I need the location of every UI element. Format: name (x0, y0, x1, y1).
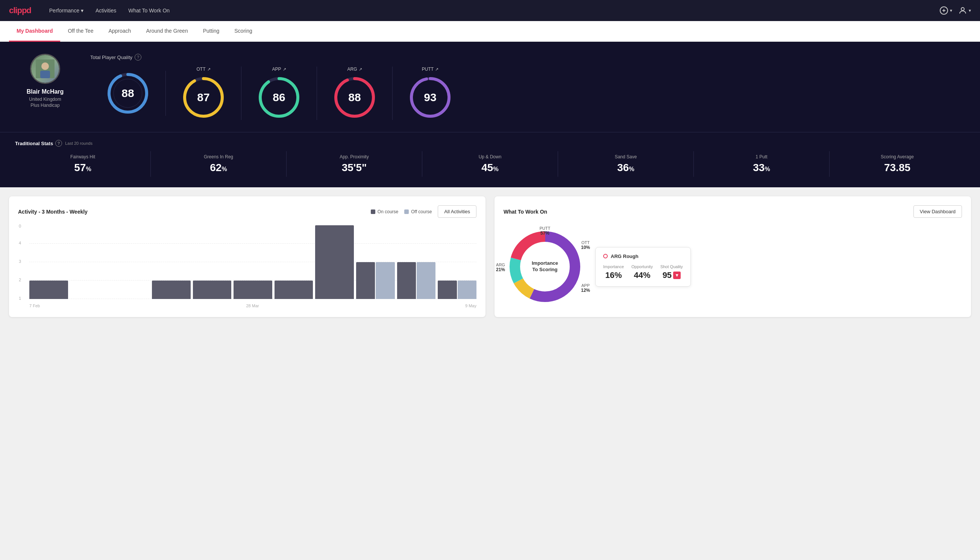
bar-group (438, 280, 476, 299)
player-name: Blair McHarg (27, 88, 64, 95)
gauge-ott: OTT ↗ 87 (166, 67, 241, 120)
label-ott: PUTT 57% (540, 226, 551, 236)
wtw-card: What To Work On View Dashboard Importanc… (494, 196, 971, 317)
bar-group (193, 280, 232, 299)
wtw-content: Importance To Scoring PUTT 57% OTT 10% A… (504, 225, 962, 308)
gauge-overall-svg: 88 (105, 71, 150, 116)
gauge-arg-svg: 88 (332, 75, 377, 120)
off-course-bar (417, 262, 436, 299)
label-arg: APP 12% (581, 283, 590, 293)
scores-section: Total Player Quality ? 88 (90, 54, 965, 120)
bar-group (315, 225, 354, 299)
player-handicap: Plus Handicap (30, 103, 60, 108)
activity-card: Activity - 3 Months - Weekly On course O… (9, 196, 486, 317)
activity-card-header: Activity - 3 Months - Weekly On course O… (18, 205, 476, 218)
nav-performance[interactable]: Performance ▾ (49, 8, 83, 13)
scores-title: Total Player Quality ? (90, 54, 965, 60)
svg-point-3 (961, 8, 964, 10)
tab-scoring[interactable]: Scoring (227, 21, 260, 42)
bars-container (29, 225, 476, 299)
nav-right: ▾ ▾ (939, 6, 971, 15)
gauge-app: APP ↗ 86 (241, 67, 317, 120)
tabs-bar: My Dashboard Off the Tee Approach Around… (0, 21, 980, 42)
gauge-arg: ARG ↗ 88 (317, 67, 393, 120)
arg-dot-icon (603, 254, 608, 258)
activity-legend: On course Off course (371, 209, 432, 214)
add-icon[interactable]: ▾ (939, 6, 952, 15)
arg-shot-quality: Shot Quality 95 ▼ (661, 264, 683, 280)
off-course-bar (458, 280, 476, 299)
stat-greens-in-reg: Greens In Reg 62% (151, 151, 286, 177)
trad-stats-help-icon[interactable]: ? (55, 140, 62, 147)
tab-putting[interactable]: Putting (196, 21, 227, 42)
nav-activities[interactable]: Activities (95, 8, 116, 13)
app-arrow-icon: ↗ (283, 67, 286, 72)
avatar (30, 54, 60, 84)
on-course-bar (356, 262, 375, 299)
legend-off-course: Off course (404, 209, 432, 214)
stat-grid: Fairways Hit 57% Greens In Reg 62% App. … (15, 151, 965, 177)
traditional-stats-section: Traditional Stats ? Last 20 rounds Fairw… (0, 132, 980, 187)
gauge-ott-svg: 87 (181, 75, 226, 120)
gauge-putt: PUTT ↗ 93 (393, 67, 468, 120)
on-course-dot (371, 210, 375, 214)
help-icon[interactable]: ? (135, 54, 141, 60)
score-gauges: 88 OTT ↗ 87 (90, 67, 965, 120)
wtw-card-title: What To Work On (504, 209, 547, 215)
ott-arrow-icon: ↗ (207, 67, 211, 72)
stat-up-down: Up & Down 45% (422, 151, 558, 177)
off-course-dot (404, 210, 409, 214)
bar-group (397, 262, 436, 299)
activity-card-title: Activity - 3 Months - Weekly (18, 209, 88, 215)
arg-arrow-icon: ↗ (359, 67, 362, 72)
stat-sand-save: Sand Save 36% (558, 151, 694, 177)
gauge-putt-svg: 93 (408, 75, 453, 120)
gauge-overall: 88 (90, 71, 166, 116)
donut-center-label: Importance To Scoring (532, 260, 558, 273)
view-dashboard-button[interactable]: View Dashboard (913, 205, 962, 218)
nav-what-to-work-on[interactable]: What To Work On (128, 8, 170, 13)
player-info: Blair McHarg United Kingdom Plus Handica… (15, 54, 75, 108)
legend-on-course: On course (371, 209, 398, 214)
bar-group (152, 280, 191, 299)
on-course-bar (275, 280, 313, 299)
on-course-bar (438, 280, 456, 299)
wtw-card-header: What To Work On View Dashboard (504, 205, 962, 218)
arg-importance: Importance 16% (603, 264, 624, 280)
bar-group (29, 280, 68, 299)
on-course-bar (193, 280, 232, 299)
bar-group (356, 262, 395, 299)
top-navigation: clippd Performance ▾ Activities What To … (0, 0, 980, 21)
arg-opportunity: Opportunity 44% (631, 264, 653, 280)
svg-rect-6 (40, 71, 50, 78)
hero-section: Blair McHarg United Kingdom Plus Handica… (0, 42, 980, 132)
arg-detail-card: ARG Rough Importance 16% Opportunity 44% (595, 247, 691, 287)
stat-app-proximity: App. Proximity 35'5" (286, 151, 422, 177)
bottom-section: Activity - 3 Months - Weekly On course O… (0, 187, 980, 326)
tab-my-dashboard[interactable]: My Dashboard (9, 21, 60, 42)
gauge-app-svg: 86 (256, 75, 301, 120)
nav-links: Performance ▾ Activities What To Work On (49, 8, 170, 13)
arg-stats: Importance 16% Opportunity 44% Shot Qual… (603, 264, 683, 280)
on-course-bar (152, 280, 191, 299)
all-activities-button[interactable]: All Activities (438, 205, 476, 218)
on-course-bar (29, 280, 68, 299)
tab-around-the-green[interactable]: Around the Green (138, 21, 195, 42)
tab-approach[interactable]: Approach (101, 21, 138, 42)
down-arrow-icon: ▼ (673, 272, 681, 279)
bar-group (275, 280, 313, 299)
label-putt: ARG 21% (496, 263, 505, 272)
putt-arrow-icon: ↗ (435, 67, 438, 72)
chevron-down-icon: ▾ (81, 8, 83, 13)
label-app: OTT 10% (581, 240, 590, 250)
stat-scoring-avg: Scoring Average 73.85 (830, 151, 965, 177)
donut-chart-area: Importance To Scoring PUTT 57% OTT 10% A… (504, 225, 586, 308)
stat-1-putt: 1 Putt 33% (694, 151, 830, 177)
user-avatar-icon[interactable]: ▾ (958, 6, 971, 15)
bar-group (233, 280, 272, 299)
on-course-bar (315, 225, 354, 299)
stat-fairways-hit: Fairways Hit 57% (15, 151, 151, 177)
on-course-bar (233, 280, 272, 299)
app-logo: clippd (9, 6, 31, 15)
tab-off-the-tee[interactable]: Off the Tee (60, 21, 101, 42)
